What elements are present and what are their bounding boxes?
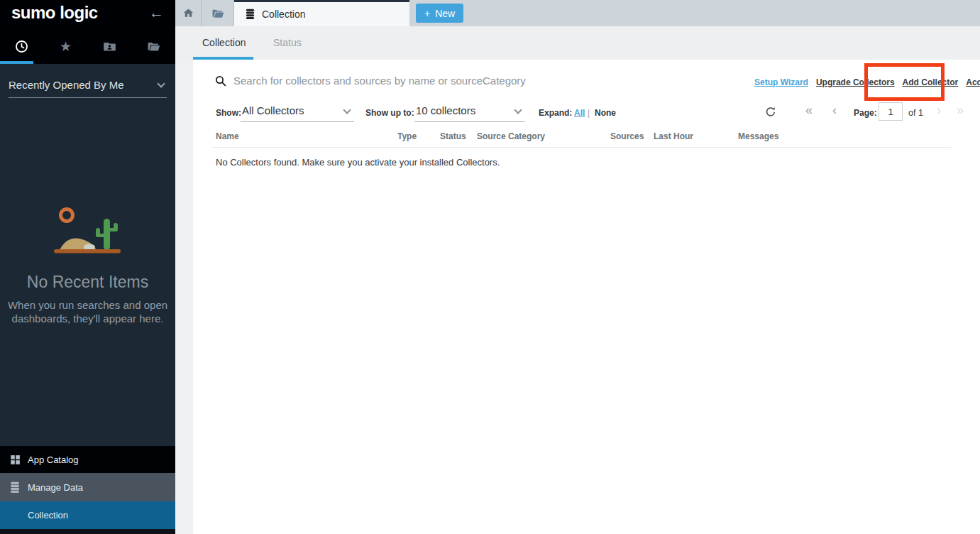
expand-all-link[interactable]: All	[574, 108, 585, 118]
top-tab-strip: Collection + New	[175, 0, 980, 26]
open-folder-icon	[211, 7, 224, 20]
column-type[interactable]: Type	[397, 131, 440, 141]
show-up-to-label: Show up to:	[365, 108, 414, 118]
library-button[interactable]	[202, 0, 234, 26]
home-button[interactable]	[175, 0, 202, 26]
sidebar-header: sumo logic ← ★	[0, 0, 175, 64]
grid-icon	[9, 454, 22, 466]
column-status[interactable]: Status	[440, 131, 477, 141]
sidebar-bottom-menu: App Catalog Manage Data Collection	[0, 446, 175, 534]
sidebar: sumo logic ← ★ Recently Opened By Me	[0, 0, 175, 534]
collection-panel: Setup Wizard Upgrade Collectors Add Coll…	[193, 60, 980, 534]
table-header-divider	[213, 147, 952, 148]
desert-illustration	[45, 205, 131, 256]
column-source-category[interactable]: Source Category	[477, 131, 610, 141]
sidebar-item-manage-data[interactable]: Manage Data	[0, 473, 175, 501]
sidebar-item-collection[interactable]: Collection	[0, 501, 175, 529]
show-dropdown-value: All Collectors	[241, 102, 354, 120]
expand-none-link[interactable]: None	[595, 108, 616, 118]
open-folder-icon	[147, 40, 160, 53]
star-icon: ★	[60, 40, 72, 53]
search-icon	[214, 75, 227, 87]
library-tab[interactable]	[131, 34, 175, 58]
folder-person-icon	[103, 40, 116, 53]
sidebar-item-app-catalog[interactable]: App Catalog	[0, 446, 175, 473]
content-background: Setup Wizard Upgrade Collectors Add Coll…	[175, 60, 980, 534]
recently-opened-label: Recently Opened By Me	[9, 79, 124, 91]
add-collector-link[interactable]: Add Collector	[903, 77, 959, 87]
column-name[interactable]: Name	[216, 131, 397, 141]
favorites-tab[interactable]: ★	[44, 34, 88, 58]
filter-row: Show: All Collectors Show up to: 10 coll…	[193, 102, 980, 126]
database-icon	[245, 9, 255, 20]
manage-data-label: Manage Data	[28, 482, 83, 493]
sidebar-icon-nav: ★	[0, 34, 175, 58]
column-sources[interactable]: Sources	[610, 131, 654, 141]
recent-tab[interactable]	[0, 34, 44, 58]
empty-collectors-message: No Collectors found. Make sure you activ…	[216, 157, 500, 168]
collapse-sidebar-icon[interactable]: ←	[149, 4, 164, 21]
expand-label: Expand:	[539, 108, 572, 118]
collection-label: Collection	[28, 510, 68, 521]
app-catalog-label: App Catalog	[28, 454, 79, 465]
collectors-table-header: Name Type Status Source Category Sources…	[216, 131, 980, 141]
page-number-input[interactable]	[879, 102, 903, 121]
no-recent-items-title: No Recent Items	[0, 273, 175, 292]
sumo-logic-logo: sumo logic	[11, 3, 98, 23]
prev-page-button[interactable]: ‹	[832, 103, 837, 118]
expand-separator: |	[588, 108, 590, 118]
database-icon	[9, 481, 22, 494]
recently-opened-dropdown[interactable]: Recently Opened By Me	[9, 77, 167, 98]
show-dropdown[interactable]: All Collectors	[241, 102, 354, 122]
collector-action-links: Setup Wizard Upgrade Collectors Add Coll…	[754, 77, 980, 87]
upgrade-collectors-link[interactable]: Upgrade Collectors	[816, 77, 895, 87]
shared-content-tab[interactable]	[88, 34, 132, 58]
last-page-button[interactable]: »	[957, 103, 964, 118]
subtab-collection[interactable]: Collection	[202, 26, 246, 59]
home-icon	[182, 7, 194, 19]
column-messages[interactable]: Messages	[738, 131, 778, 141]
subtab-status[interactable]: Status	[273, 26, 302, 59]
tab-collection[interactable]: Collection	[234, 0, 409, 26]
active-nav-indicator	[0, 61, 33, 64]
main-area: Collection + New Collection Status Setup…	[175, 0, 980, 534]
new-button[interactable]: + New	[416, 4, 463, 23]
page-total-label: of 1	[908, 108, 923, 118]
setup-wizard-link[interactable]: Setup Wizard	[754, 77, 808, 87]
no-recent-items-description: When you run searches and open dashboard…	[6, 298, 170, 325]
plus-icon: +	[424, 8, 430, 19]
page-label: Page:	[854, 108, 877, 118]
limit-dropdown-value: 10 collectors	[414, 102, 525, 120]
sub-tab-strip: Collection Status	[175, 26, 980, 60]
column-last-hour[interactable]: Last Hour	[654, 131, 738, 141]
refresh-icon[interactable]	[765, 106, 776, 118]
clock-icon	[14, 39, 29, 54]
tab-collection-label: Collection	[262, 9, 305, 20]
access-keys-link[interactable]: Access Keys	[966, 77, 980, 87]
next-page-button[interactable]: ›	[937, 103, 941, 118]
sidebar-bottom-strip	[0, 529, 175, 534]
first-page-button[interactable]: «	[805, 103, 813, 118]
show-label: Show:	[216, 108, 241, 118]
chevron-down-icon	[157, 80, 165, 87]
search-input[interactable]	[233, 72, 702, 89]
limit-dropdown[interactable]: 10 collectors	[414, 102, 525, 122]
new-button-label: New	[435, 8, 455, 19]
